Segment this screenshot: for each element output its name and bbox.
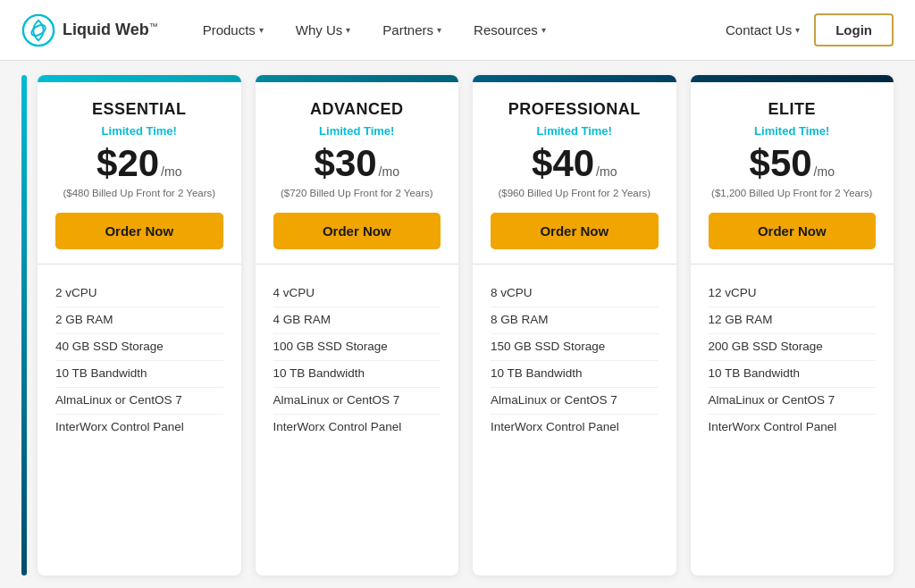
page-wrapper: ESSENTIAL Limited Time! $20 /mo ($480 Bi…	[21, 61, 894, 575]
chevron-down-icon: ▾	[346, 25, 350, 35]
feature-item: 2 vCPU	[55, 281, 223, 307]
plan-name: PROFESSIONAL	[491, 100, 659, 119]
pricing-card-professional: PROFESSIONAL Limited Time! $40 /mo ($960…	[473, 75, 676, 575]
card-top-bar	[473, 75, 676, 82]
price-period: /mo	[161, 164, 181, 179]
billed-upfront-text: ($480 Billed Up Front for 2 Years)	[55, 186, 223, 200]
feature-item: 4 GB RAM	[273, 307, 441, 334]
price-amount: $40	[532, 145, 594, 182]
order-now-button[interactable]: Order Now	[709, 213, 877, 249]
left-accent-bar	[21, 75, 27, 575]
feature-item: InterWorx Control Panel	[55, 415, 223, 441]
card-features: 4 vCPU4 GB RAM100 GB SSD Storage10 TB Ba…	[256, 265, 459, 575]
billed-upfront-text: ($720 Billed Up Front for 2 Years)	[273, 186, 441, 200]
chevron-down-icon: ▾	[259, 25, 264, 35]
logo-text: Liquid Web™	[63, 21, 158, 39]
feature-item: InterWorx Control Panel	[709, 415, 877, 441]
limited-time-badge: Limited Time!	[709, 124, 877, 138]
logo[interactable]: Liquid Web™	[21, 13, 158, 47]
limited-time-badge: Limited Time!	[491, 124, 659, 138]
nav-item-why-us[interactable]: Why Us ▾	[280, 0, 367, 61]
feature-item: 10 TB Bandwidth	[273, 361, 441, 388]
feature-item: 10 TB Bandwidth	[491, 361, 659, 388]
main-content: ESSENTIAL Limited Time! $20 /mo ($480 Bi…	[0, 61, 915, 588]
price-period: /mo	[596, 164, 617, 179]
feature-item: 10 TB Bandwidth	[55, 361, 223, 388]
nav-item-resources[interactable]: Resources ▾	[458, 0, 562, 61]
nav-item-partners[interactable]: Partners ▾	[366, 0, 458, 61]
price-row: $30 /mo	[273, 145, 441, 182]
pricing-card-essential: ESSENTIAL Limited Time! $20 /mo ($480 Bi…	[38, 75, 241, 575]
feature-item: InterWorx Control Panel	[273, 415, 441, 441]
price-amount: $30	[315, 145, 377, 182]
card-body: ELITE Limited Time! $50 /mo ($1,200 Bill…	[691, 82, 894, 265]
feature-item: 40 GB SSD Storage	[55, 334, 223, 361]
feature-item: InterWorx Control Panel	[491, 415, 659, 441]
feature-item: 200 GB SSD Storage	[709, 334, 877, 361]
price-row: $20 /mo	[55, 145, 223, 182]
nav-item-contact-us[interactable]: Contact Us ▾	[726, 22, 800, 38]
pricing-card-advanced: ADVANCED Limited Time! $30 /mo ($720 Bil…	[256, 75, 459, 575]
feature-item: 12 vCPU	[709, 281, 877, 307]
feature-item: 8 vCPU	[491, 281, 659, 307]
billed-upfront-text: ($1,200 Billed Up Front for 2 Years)	[709, 186, 877, 200]
logo-icon	[21, 13, 55, 47]
feature-item: 4 vCPU	[273, 281, 441, 307]
order-now-button[interactable]: Order Now	[273, 213, 441, 249]
pricing-grid: ESSENTIAL Limited Time! $20 /mo ($480 Bi…	[38, 75, 894, 575]
nav-item-products[interactable]: Products ▾	[187, 0, 280, 61]
plan-name: ADVANCED	[273, 100, 441, 119]
card-features: 8 vCPU8 GB RAM150 GB SSD Storage10 TB Ba…	[473, 265, 676, 575]
plan-name: ELITE	[709, 100, 877, 119]
chevron-down-icon: ▾	[437, 25, 441, 35]
price-amount: $20	[97, 145, 159, 182]
card-body: ADVANCED Limited Time! $30 /mo ($720 Bil…	[256, 82, 459, 265]
card-features: 2 vCPU2 GB RAM40 GB SSD Storage10 TB Ban…	[38, 265, 241, 575]
card-body: ESSENTIAL Limited Time! $20 /mo ($480 Bi…	[38, 82, 241, 265]
card-top-bar	[691, 75, 894, 82]
limited-time-badge: Limited Time!	[273, 124, 441, 138]
feature-item: 150 GB SSD Storage	[491, 334, 659, 361]
pricing-card-elite: ELITE Limited Time! $50 /mo ($1,200 Bill…	[691, 75, 894, 575]
feature-item: 2 GB RAM	[55, 307, 223, 334]
price-row: $50 /mo	[709, 145, 877, 182]
navbar-actions: Contact Us ▾ Login	[726, 13, 894, 46]
feature-item: AlmaLinux or CentOS 7	[55, 388, 223, 415]
price-amount: $50	[750, 145, 812, 182]
card-top-bar	[38, 75, 241, 82]
login-button[interactable]: Login	[814, 13, 894, 46]
order-now-button[interactable]: Order Now	[55, 213, 223, 249]
feature-item: AlmaLinux or CentOS 7	[709, 388, 877, 415]
price-row: $40 /mo	[491, 145, 659, 182]
feature-item: 10 TB Bandwidth	[709, 361, 877, 388]
chevron-down-icon: ▾	[795, 25, 800, 35]
feature-item: 12 GB RAM	[709, 307, 877, 334]
limited-time-badge: Limited Time!	[55, 124, 223, 138]
feature-item: 8 GB RAM	[491, 307, 659, 334]
price-period: /mo	[814, 164, 835, 179]
chevron-down-icon: ▾	[541, 25, 546, 35]
plan-name: ESSENTIAL	[55, 100, 223, 119]
card-top-bar	[256, 75, 459, 82]
feature-item: 100 GB SSD Storage	[273, 334, 441, 361]
feature-item: AlmaLinux or CentOS 7	[491, 388, 659, 415]
feature-item: AlmaLinux or CentOS 7	[273, 388, 441, 415]
price-period: /mo	[379, 164, 399, 179]
card-body: PROFESSIONAL Limited Time! $40 /mo ($960…	[473, 82, 676, 265]
billed-upfront-text: ($960 Billed Up Front for 2 Years)	[491, 186, 659, 200]
card-features: 12 vCPU12 GB RAM200 GB SSD Storage10 TB …	[691, 265, 894, 575]
svg-point-1	[29, 22, 47, 38]
navbar: Liquid Web™ Products ▾ Why Us ▾ Partners…	[0, 0, 915, 61]
order-now-button[interactable]: Order Now	[491, 213, 659, 249]
nav-menu: Products ▾ Why Us ▾ Partners ▾ Resources…	[187, 0, 726, 61]
